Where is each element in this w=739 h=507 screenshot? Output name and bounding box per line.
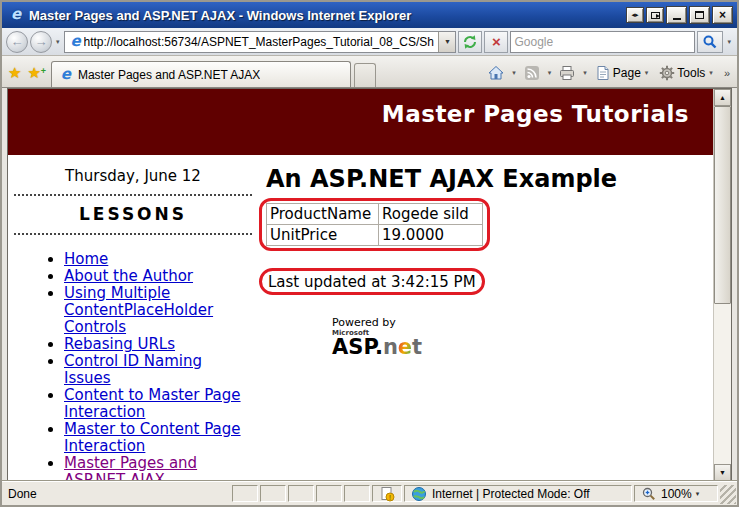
- back-button[interactable]: ←: [6, 31, 28, 53]
- lesson-link-multiple-contentplaceholder[interactable]: Using Multiple ContentPlaceHolder Contro…: [64, 284, 213, 336]
- home-dropdown[interactable]: ▾: [510, 69, 518, 77]
- list-item: Control ID Naming Issues: [64, 353, 251, 387]
- search-button[interactable]: [697, 31, 723, 53]
- status-panel: [288, 485, 314, 502]
- command-bar: ▾ ▾ ▾: [485, 63, 733, 87]
- zoom-control[interactable]: 100% ▾: [634, 485, 718, 502]
- home-button[interactable]: [485, 63, 507, 83]
- tab-title: Master Pages and ASP.NET AJAX: [78, 68, 260, 82]
- page-favicon: e: [68, 34, 84, 50]
- security-report-panel[interactable]: !: [372, 485, 402, 502]
- vertical-scrollbar[interactable]: ▲ ▼: [713, 89, 731, 481]
- history-dropdown[interactable]: ▾: [54, 38, 62, 46]
- url-input[interactable]: [84, 33, 439, 51]
- zoom-dropdown-icon: ▾: [696, 490, 700, 498]
- back-icon: ←: [11, 34, 24, 49]
- net-t: t: [412, 335, 422, 359]
- title-bar[interactable]: e Master Pages and ASP.NET AJAX - Window…: [2, 2, 737, 28]
- list-item: Rebasing URLs: [64, 336, 251, 353]
- tab-favicon: e: [58, 67, 74, 83]
- net-n: n: [383, 335, 398, 359]
- feeds-button[interactable]: [521, 63, 543, 83]
- search-input[interactable]: [514, 35, 691, 49]
- zone-text: Internet | Protected Mode: Off: [432, 487, 590, 501]
- asp-text: ASP.: [332, 335, 383, 359]
- lesson-link-master-to-content[interactable]: Master to Content Page Interaction: [64, 420, 241, 455]
- list-item: Using Multiple ContentPlaceHolder Contro…: [64, 285, 251, 336]
- list-item: Home: [64, 251, 251, 268]
- powered-by-text: Powered by: [332, 317, 713, 328]
- lesson-link-about-author[interactable]: About the Author: [64, 267, 193, 285]
- toolbar-overflow-button[interactable]: »: [721, 67, 733, 79]
- lesson-link-content-to-master[interactable]: Content to Master Page Interaction: [64, 386, 241, 421]
- url-dropdown-button[interactable]: ▼: [438, 32, 455, 52]
- session-arrows-button[interactable]: ◂▸: [626, 7, 644, 23]
- close-button[interactable]: ×: [712, 6, 733, 24]
- zoom-icon: [641, 486, 657, 502]
- window-title: Master Pages and ASP.NET AJAX - Windows …: [29, 8, 624, 23]
- search-options-dropdown[interactable]: ▾: [725, 38, 733, 46]
- plus-icon: +: [41, 66, 46, 76]
- browser-viewport: Master Pages Tutorials Thursday, June 12…: [7, 88, 732, 481]
- rss-feed-icon: [524, 65, 540, 81]
- status-bar: Done ! Internet | Protected Mode: Off: [2, 481, 737, 505]
- web-page: Master Pages Tutorials Thursday, June 12…: [8, 89, 713, 481]
- unit-price-value: 19.0000: [379, 225, 483, 246]
- printer-icon: [559, 65, 575, 81]
- search-box: [510, 31, 695, 53]
- refresh-button[interactable]: [458, 31, 482, 53]
- down-arrow-icon: ▼: [719, 469, 726, 476]
- status-panel: [344, 485, 370, 502]
- scrollbar-track[interactable]: [714, 106, 731, 464]
- divider: [14, 233, 252, 235]
- site-banner-title: Master Pages Tutorials: [382, 101, 689, 127]
- product-name-value: Rogede sild: [379, 204, 483, 225]
- stop-button[interactable]: ×: [484, 31, 508, 53]
- resize-grip[interactable]: [720, 485, 736, 504]
- favorites-center-button[interactable]: ★: [6, 64, 25, 87]
- lessons-sidebar: Thursday, June 12 LESSONS Home About the…: [8, 155, 258, 481]
- lesson-link-rebasing-urls[interactable]: Rebasing URLs: [64, 335, 175, 353]
- product-table: ProductName Rogede sild UnitPrice 19.000…: [266, 203, 483, 246]
- forward-button[interactable]: →: [30, 31, 52, 53]
- list-item: About the Author: [64, 268, 251, 285]
- gear-icon: [659, 65, 675, 81]
- page-title: An ASP.NET AJAX Example: [266, 165, 713, 193]
- status-panel: [260, 485, 286, 502]
- status-panel: [316, 485, 342, 502]
- list-item: Content to Master Page Interaction: [64, 387, 251, 421]
- scrollbar-thumb[interactable]: [714, 106, 731, 304]
- status-panel: [232, 485, 258, 502]
- status-text: Done: [2, 482, 230, 505]
- product-name-label: ProductName: [267, 204, 379, 225]
- ie-logo-icon: e: [8, 7, 24, 23]
- lesson-link-control-id-naming[interactable]: Control ID Naming Issues: [64, 352, 202, 387]
- table-row: UnitPrice 19.0000: [267, 225, 483, 246]
- address-bar: ← → ▾ e ▼ × ▾: [2, 28, 737, 56]
- print-dropdown[interactable]: ▾: [581, 69, 589, 77]
- tab-master-pages-ajax[interactable]: e Master Pages and ASP.NET AJAX: [51, 61, 351, 87]
- maximize-button[interactable]: [689, 6, 710, 24]
- unit-price-label: UnitPrice: [267, 225, 379, 246]
- scroll-up-button[interactable]: ▲: [714, 89, 731, 106]
- page-menu-label: Page: [613, 66, 641, 80]
- session-window-button[interactable]: [646, 7, 664, 23]
- lesson-link-masterpages-ajax[interactable]: Master Pages and ASP.NET AJAX: [64, 454, 197, 481]
- print-button[interactable]: [556, 63, 578, 83]
- feeds-dropdown[interactable]: ▾: [546, 69, 554, 77]
- last-updated-label: Last updated at 3:42:15 PM: [268, 273, 476, 291]
- net-e: e: [398, 335, 412, 359]
- scroll-down-button[interactable]: ▼: [714, 464, 731, 481]
- tools-menu-button[interactable]: Tools ▾: [656, 63, 718, 83]
- lessons-list: Home About the Author Using Multiple Con…: [46, 251, 251, 481]
- tools-menu-label: Tools: [677, 66, 705, 80]
- page-menu-button[interactable]: Page ▾: [592, 63, 654, 83]
- add-favorite-button[interactable]: ★+: [25, 64, 44, 87]
- lesson-link-home[interactable]: Home: [64, 250, 108, 268]
- list-item: Master Pages and ASP.NET AJAX: [64, 455, 251, 481]
- security-zone-panel[interactable]: Internet | Protected Mode: Off: [404, 485, 632, 502]
- new-tab-button[interactable]: [354, 63, 376, 87]
- window-arrow-icon: [651, 12, 660, 19]
- refresh-icon: [462, 34, 478, 50]
- minimize-button[interactable]: [666, 6, 687, 24]
